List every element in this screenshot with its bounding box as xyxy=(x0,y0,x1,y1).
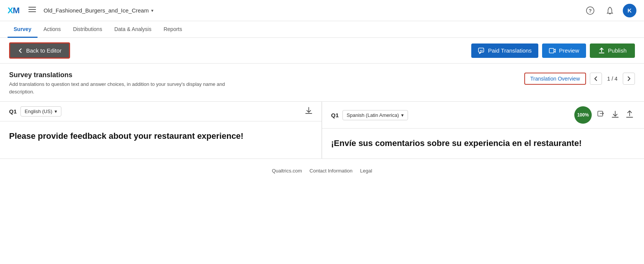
spanish-col-body: ¡Envíe sus comentarios sobre su experien… xyxy=(322,129,644,158)
tab-data-analysis[interactable]: Data & Analysis xyxy=(108,21,158,38)
download-icon xyxy=(305,106,313,115)
english-col-header-right xyxy=(305,106,313,116)
avatar-label: K xyxy=(628,7,632,14)
xm-logo: XM xyxy=(8,6,19,16)
english-q-label: Q1 xyxy=(9,108,17,115)
tab-actions[interactable]: Actions xyxy=(38,21,67,38)
notifications-button[interactable] xyxy=(603,4,617,17)
user-avatar-button[interactable]: K xyxy=(623,4,636,17)
svg-text:?: ? xyxy=(589,8,592,14)
translations-header-right: Translation Overview 1 / 4 xyxy=(524,73,635,85)
translation-content: Q1 English (US) ▾ Please provide feedbac… xyxy=(0,102,644,159)
english-question-text: Please provide feedback about your resta… xyxy=(9,130,313,142)
tab-survey[interactable]: Survey xyxy=(8,21,38,38)
spanish-language-label: Spanish (Latin America) xyxy=(347,112,399,118)
english-col-header: Q1 English (US) ▾ xyxy=(0,102,322,121)
chevron-down-icon: ▾ xyxy=(151,8,153,13)
english-language-select[interactable]: English (US) ▾ xyxy=(20,106,61,116)
spanish-download-button[interactable] xyxy=(610,109,621,122)
svg-rect-7 xyxy=(549,48,554,53)
download-icon-2 xyxy=(611,110,619,118)
chevron-right-icon xyxy=(627,76,631,81)
upload-icon xyxy=(626,110,633,118)
spanish-question-text: ¡Envíe sus comentarios sobre su experien… xyxy=(331,138,635,149)
spanish-lang-chevron-icon: ▾ xyxy=(401,112,404,118)
page-next-button[interactable] xyxy=(623,73,635,85)
translation-chat-icon: az xyxy=(478,47,485,54)
preview-button[interactable]: Preview xyxy=(542,43,586,58)
translation-overview-button[interactable]: Translation Overview xyxy=(524,73,586,85)
preview-icon xyxy=(549,47,556,54)
svg-rect-2 xyxy=(28,11,36,12)
english-download-button[interactable] xyxy=(305,106,313,116)
spanish-col-header: Q1 Spanish (Latin America) ▾ 100% xyxy=(322,102,644,129)
spanish-upload-button[interactable] xyxy=(624,109,635,122)
english-language-label: English (US) xyxy=(25,109,52,114)
page-prev-button[interactable] xyxy=(590,73,602,85)
pagination-controls: 1 / 4 xyxy=(590,73,635,85)
spanish-col-header-right: 100% xyxy=(574,106,635,124)
footer-link-legal[interactable]: Legal xyxy=(360,168,372,174)
footer-link-contact[interactable]: Contact Information xyxy=(309,168,352,174)
toolbar: Back to Editor az Paid Translations Prev… xyxy=(0,38,644,64)
english-lang-chevron-icon: ▾ xyxy=(55,109,57,114)
spanish-language-select[interactable]: Spanish (Latin America) ▾ xyxy=(342,110,408,120)
paid-translations-button[interactable]: az Paid Translations xyxy=(471,43,538,58)
page-footer: Qualtrics.com Contact Information Legal xyxy=(0,159,644,183)
english-col-body: Please provide feedback about your resta… xyxy=(0,121,322,151)
spanish-export-button[interactable] xyxy=(596,109,606,121)
help-button[interactable]: ? xyxy=(583,4,597,17)
hamburger-icon xyxy=(28,6,36,13)
bell-icon xyxy=(606,6,614,15)
translations-description: Add translations to question text and an… xyxy=(9,81,236,95)
tab-bar: Survey Actions Distributions Data & Anal… xyxy=(0,21,644,38)
help-icon: ? xyxy=(586,6,594,15)
spanish-column: Q1 Spanish (Latin America) ▾ 100% xyxy=(322,102,644,158)
translations-header-left: Survey translations Add translations to … xyxy=(9,71,236,95)
back-arrow-icon xyxy=(18,48,23,53)
translations-heading: Survey translations xyxy=(9,71,236,79)
svg-rect-0 xyxy=(28,7,36,8)
completion-percentage-badge: 100% xyxy=(574,106,592,124)
toolbar-right: az Paid Translations Preview Publish xyxy=(471,43,635,58)
spanish-q-label: Q1 xyxy=(331,112,339,118)
survey-name-text: Old_Fashioned_Burgers_and_Ice_Cream xyxy=(44,7,149,14)
english-column: Q1 English (US) ▾ Please provide feedbac… xyxy=(0,102,322,158)
hamburger-button[interactable] xyxy=(27,4,38,17)
nav-right-section: ? K xyxy=(583,4,636,17)
tab-distributions[interactable]: Distributions xyxy=(67,21,108,38)
back-to-editor-button[interactable]: Back to Editor xyxy=(9,42,70,59)
page-indicator: 1 / 4 xyxy=(604,76,621,82)
publish-upload-icon xyxy=(598,47,605,54)
publish-button[interactable]: Publish xyxy=(590,43,635,58)
survey-name-dropdown[interactable]: Old_Fashioned_Burgers_and_Ice_Cream ▾ xyxy=(44,7,153,14)
chevron-left-icon xyxy=(594,76,598,81)
export-icon xyxy=(597,110,605,118)
svg-rect-1 xyxy=(28,9,36,10)
top-nav: XM Old_Fashioned_Burgers_and_Ice_Cream ▾… xyxy=(0,0,644,21)
footer-link-qualtrics[interactable]: Qualtrics.com xyxy=(272,168,302,174)
svg-text:az: az xyxy=(480,49,483,52)
tab-reports[interactable]: Reports xyxy=(158,21,188,38)
translations-header: Survey translations Add translations to … xyxy=(0,64,644,102)
